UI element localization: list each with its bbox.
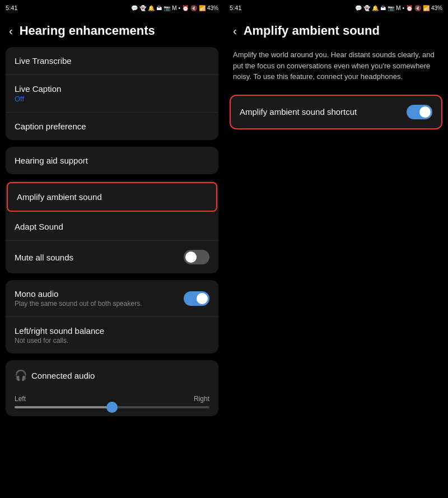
sidebar-item-live-transcribe[interactable]: Live Transcribe <box>6 47 218 75</box>
mute-all-sounds-toggle[interactable] <box>184 250 209 264</box>
sidebar-item-caption-preference[interactable]: Caption preference <box>6 113 218 140</box>
status-bar-right: 5:41 💬 👻 🔔 🏔 📷 M • ⏰ 🔇 📶 43% <box>224 0 448 16</box>
left-right-balance-desc: Not used for calls. <box>15 337 104 345</box>
amplify-shortcut-label: Amplify ambient sound shortcut <box>240 107 357 117</box>
sidebar-item-mute-all-sounds[interactable]: Mute all sounds <box>6 241 218 273</box>
amplify-ambient-sound-label: Amplify ambient sound <box>17 192 102 202</box>
right-panel-title: Amplify ambient sound <box>244 24 380 38</box>
settings-group-audio: Mono audio Play the same sound out of bo… <box>6 280 218 353</box>
sidebar-item-left-right-balance[interactable]: Left/right sound balance Not used for ca… <box>6 317 218 353</box>
sidebar-item-mono-audio[interactable]: Mono audio Play the same sound out of bo… <box>6 280 218 317</box>
sidebar-item-adapt-sound[interactable]: Adapt Sound <box>6 213 218 241</box>
sidebar-item-amplify-ambient-sound[interactable]: Amplify ambient sound <box>7 182 217 212</box>
amplify-shortcut-row[interactable]: Amplify ambient sound shortcut <box>230 95 442 129</box>
status-icons-right: 💬 👻 🔔 🏔 📷 M • ⏰ 🔇 📶 43% <box>355 5 442 11</box>
back-button-left[interactable]: ‹ <box>9 25 13 38</box>
left-right-balance-label: Left/right sound balance <box>15 326 104 336</box>
time-left: 5:41 <box>6 4 17 11</box>
settings-group-hearing-aid: Hearing aid support <box>6 147 218 174</box>
left-panel: 5:41 💬 👻 🔔 🏔 📷 M • ⏰ 🔇 📶 43% ‹ Hearing e… <box>0 0 224 498</box>
mute-all-sounds-label: Mute all sounds <box>15 253 73 262</box>
status-icons-left: 💬 👻 🔔 🏔 📷 M • ⏰ 🔇 📶 43% <box>131 5 218 11</box>
mono-audio-toggle-knob <box>197 293 208 304</box>
right-panel-header: ‹ Amplify ambient sound <box>224 16 448 44</box>
sound-balance-track[interactable] <box>15 406 209 408</box>
headphone-icon: 🎧 <box>15 369 27 381</box>
slider-right-label: Right <box>194 395 209 403</box>
live-caption-status: Off <box>15 95 61 103</box>
toggle-knob <box>185 252 197 263</box>
connected-audio-item: 🎧 Connected audio <box>6 360 218 390</box>
adapt-sound-label: Adapt Sound <box>15 222 63 231</box>
live-caption-label: Live Caption <box>15 84 61 94</box>
live-transcribe-label: Live Transcribe <box>15 56 72 66</box>
slider-thumb[interactable] <box>106 402 118 413</box>
left-panel-title: Hearing enhancements <box>20 24 155 38</box>
amplify-shortcut-toggle[interactable] <box>407 105 432 119</box>
mono-audio-toggle[interactable] <box>184 291 209 306</box>
amplify-description: Amplify the world around you. Hear dista… <box>224 44 448 91</box>
caption-preference-label: Caption preference <box>15 122 86 131</box>
right-panel: 5:41 💬 👻 🔔 🏔 📷 M • ⏰ 🔇 📶 43% ‹ Amplify a… <box>224 0 448 498</box>
slider-left-label: Left <box>15 395 26 403</box>
sound-balance-slider-container: Left Right <box>6 390 218 416</box>
time-right: 5:41 <box>230 4 241 11</box>
left-panel-header: ‹ Hearing enhancements <box>0 16 224 44</box>
settings-group-connected-audio: 🎧 Connected audio Left Right <box>6 360 218 416</box>
connected-audio-label: Connected audio <box>31 371 95 380</box>
status-bar-left: 5:41 💬 👻 🔔 🏔 📷 M • ⏰ 🔇 📶 43% <box>0 0 224 16</box>
mono-audio-label: Mono audio <box>15 289 142 299</box>
hearing-aid-support-label: Hearing aid support <box>15 156 88 165</box>
back-button-right[interactable]: ‹ <box>233 25 237 38</box>
amplify-shortcut-toggle-knob <box>419 106 431 118</box>
settings-group-captions: Live Transcribe Live Caption Off Caption… <box>6 47 218 140</box>
sidebar-item-live-caption[interactable]: Live Caption Off <box>6 75 218 113</box>
settings-group-amplify: Amplify ambient sound Adapt Sound Mute a… <box>6 181 218 273</box>
sidebar-item-hearing-aid-support[interactable]: Hearing aid support <box>6 147 218 174</box>
mono-audio-desc: Play the same sound out of both speakers… <box>15 300 142 308</box>
slider-fill <box>15 406 116 408</box>
